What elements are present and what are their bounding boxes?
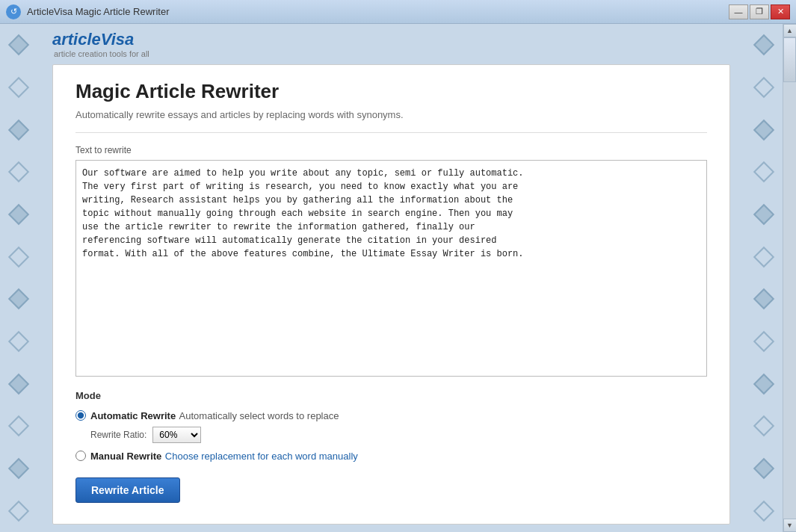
minimize-button[interactable]: —: [729, 4, 748, 19]
decor-diamond-12: [8, 500, 29, 521]
logo-area: articleVisa article creation tools for a…: [37, 24, 745, 61]
automatic-description: Automatically select words to replace: [179, 410, 339, 421]
main-window: articleVisa article creation tools for a…: [0, 24, 796, 532]
right-decor-diamond-4: [753, 161, 774, 182]
right-decor-diamond-5: [753, 204, 774, 225]
manual-label: Manual Rewrite: [90, 451, 161, 462]
right-decor-diamond-1: [753, 34, 774, 55]
rewrite-ratio-row: Rewrite Ratio: 10% 20% 30% 40% 50% 60% 7…: [90, 427, 707, 443]
decor-diamond-3: [8, 119, 29, 140]
decor-diamond-1: [8, 34, 29, 55]
logo-tagline: article creation tools for all: [54, 49, 149, 58]
right-decor-diamond-9: [753, 373, 774, 394]
window-controls: — ❐ ✕: [729, 4, 790, 19]
close-button[interactable]: ✕: [771, 4, 790, 19]
ratio-label: Rewrite Ratio:: [90, 430, 146, 440]
app-icon: ↺: [6, 4, 21, 19]
page-subtitle: Automatically rewrite essays and article…: [75, 109, 707, 120]
window-title: ArticleVisa Magic Article Rewriter: [27, 6, 169, 17]
decor-diamond-11: [8, 458, 29, 479]
main-card: Magic Article Rewriter Automatically rew…: [52, 64, 730, 525]
title-bar: ↺ ArticleVisa Magic Article Rewriter — ❐…: [0, 0, 796, 24]
divider: [75, 132, 707, 133]
scroll-thumb[interactable]: [783, 37, 796, 82]
logo-wrapper: articleVisa article creation tools for a…: [52, 30, 149, 58]
decor-diamond-10: [8, 415, 29, 436]
scroll-up-arrow[interactable]: ▲: [783, 24, 797, 37]
right-decor-diamond-8: [753, 331, 774, 352]
right-decor-diamond-7: [753, 288, 774, 309]
restore-button[interactable]: ❐: [750, 4, 769, 19]
decor-diamond-9: [8, 373, 29, 394]
right-decor-diamond-3: [753, 119, 774, 140]
decor-diamond-2: [8, 77, 29, 98]
decor-diamond-5: [8, 204, 29, 225]
manual-rewrite-row: Manual Rewrite Choose replacement for ea…: [75, 449, 707, 463]
title-bar-left: ↺ ArticleVisa Magic Article Rewriter: [6, 4, 169, 19]
scroll-track[interactable]: [783, 37, 796, 519]
decor-diamond-8: [8, 331, 29, 352]
right-decor-diamond-11: [753, 458, 774, 479]
page-title: Magic Article Rewriter: [75, 80, 707, 103]
right-decor-diamond-12: [753, 500, 774, 521]
right-decor-diamond-6: [753, 246, 774, 267]
manual-description: Choose replacement for each word manuall…: [165, 451, 358, 462]
ratio-select[interactable]: 10% 20% 30% 40% 50% 60% 70% 80% 90% 100%: [152, 427, 201, 443]
decor-diamond-6: [8, 246, 29, 267]
right-decoration: [745, 24, 783, 532]
mode-label: Mode: [75, 390, 707, 401]
scroll-down-arrow[interactable]: ▼: [783, 519, 797, 532]
main-scrollbar[interactable]: ▲ ▼: [783, 24, 796, 532]
manual-radio[interactable]: [75, 451, 86, 461]
right-decor-diamond-10: [753, 415, 774, 436]
mode-section: Mode Automatic Rewrite Automatically sel…: [75, 390, 707, 463]
left-decoration: [0, 24, 37, 532]
decor-diamond-7: [8, 288, 29, 309]
text-to-rewrite-input[interactable]: [75, 160, 707, 377]
logo-brand: articleVisa: [52, 30, 149, 49]
decor-diamond-4: [8, 161, 29, 182]
automatic-label: Automatic Rewrite: [90, 410, 176, 421]
rewrite-article-button[interactable]: Rewrite Article: [75, 477, 180, 503]
automatic-rewrite-row: Automatic Rewrite Automatically select w…: [75, 409, 707, 422]
automatic-radio[interactable]: [75, 410, 86, 421]
content-area: articleVisa article creation tools for a…: [37, 24, 745, 532]
text-field-label: Text to rewrite: [75, 145, 707, 155]
right-decor-diamond-2: [753, 77, 774, 98]
